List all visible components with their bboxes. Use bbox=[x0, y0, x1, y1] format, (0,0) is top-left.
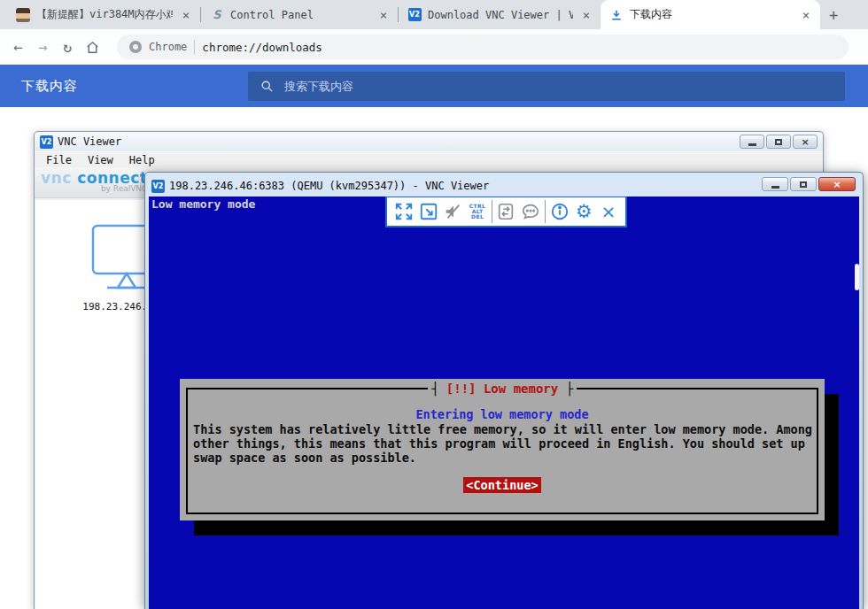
close-icon[interactable]: × bbox=[579, 9, 593, 21]
downloads-header: 下载内容 搜索下载内容 bbox=[0, 65, 868, 107]
ctrl-alt-del-button[interactable]: CTRL ALT DEL bbox=[467, 201, 488, 222]
continue-button[interactable]: <Continue> bbox=[463, 477, 540, 493]
minimize-button[interactable] bbox=[740, 135, 764, 149]
toolbar-separator bbox=[545, 200, 546, 223]
low-memory-dialog: ┤ [!!] Low memory ├ Entering low memory … bbox=[180, 379, 825, 520]
maximize-button[interactable] bbox=[790, 177, 817, 191]
close-icon[interactable]: × bbox=[799, 9, 813, 21]
close-icon[interactable]: × bbox=[179, 9, 193, 21]
url-text[interactable]: chrome://downloads bbox=[202, 41, 322, 54]
new-tab-button[interactable]: + bbox=[820, 6, 845, 29]
mute-icon[interactable] bbox=[442, 201, 463, 222]
maximize-button[interactable] bbox=[766, 135, 791, 149]
remote-screen[interactable]: Low memory mode CTRL ALT DEL bbox=[149, 197, 859, 609]
info-icon[interactable] bbox=[549, 201, 570, 222]
chrome-logo-icon bbox=[129, 41, 142, 53]
tab-control-panel[interactable]: S Control Panel × bbox=[201, 0, 398, 29]
window-titlebar[interactable]: V2 VNC Viewer × bbox=[35, 132, 823, 151]
chat-icon[interactable] bbox=[520, 201, 541, 222]
close-button[interactable]: × bbox=[818, 177, 856, 191]
installer-status-text: Low memory mode bbox=[151, 197, 255, 211]
body-line: swap space as soon as possible. bbox=[193, 451, 812, 465]
window-titlebar[interactable]: V2 198.23.246.46:6383 (QEMU (kvm295347))… bbox=[145, 173, 863, 197]
tab-label: Control Panel bbox=[230, 9, 370, 21]
body-line: other things, this means that this progr… bbox=[193, 436, 812, 451]
menu-help[interactable]: Help bbox=[121, 154, 163, 166]
vnc-v2-icon: V2 bbox=[40, 135, 53, 149]
tab-label: 【新提醒】vir384M内存小鸡DD成 bbox=[36, 7, 173, 22]
window-title: VNC Viewer bbox=[58, 135, 121, 148]
forward-icon[interactable]: → bbox=[30, 38, 55, 56]
tab-download-vnc-viewer[interactable]: V2 Download VNC Viewer | VNC® Co × bbox=[399, 0, 601, 29]
dialog-heading: Entering low memory mode bbox=[180, 407, 825, 421]
toolbar-separator bbox=[492, 200, 492, 223]
search-icon bbox=[260, 80, 274, 93]
browser-tab-strip: 【新提醒】vir384M内存小鸡DD成 × S Control Panel × … bbox=[0, 0, 868, 29]
tab-forum-thread[interactable]: 【新提醒】vir384M内存小鸡DD成 × bbox=[7, 0, 200, 29]
scrollbar-thumb[interactable] bbox=[855, 264, 859, 290]
vnc-v2-favicon: V2 bbox=[408, 8, 422, 21]
downloads-search-input[interactable]: 搜索下载内容 bbox=[248, 72, 845, 101]
reload-icon[interactable]: ↻ bbox=[55, 38, 80, 56]
avatar-favicon bbox=[16, 8, 30, 22]
file-transfer-icon[interactable] bbox=[495, 201, 516, 222]
tab-downloads-active[interactable]: 下载内容 × bbox=[601, 0, 820, 29]
close-icon[interactable]: × bbox=[376, 9, 391, 21]
page-title: 下载内容 bbox=[21, 78, 78, 95]
omnibox-divider bbox=[194, 40, 195, 54]
browser-toolbar: ← → ↻ Chrome chrome://downloads bbox=[0, 29, 868, 65]
menu-view[interactable]: View bbox=[80, 154, 121, 166]
menu-file[interactable]: File bbox=[38, 154, 80, 166]
search-placeholder: 搜索下载内容 bbox=[284, 79, 353, 95]
vnc-connect-logo: vnc connect by RealVNC bbox=[41, 169, 147, 193]
fullscreen-icon[interactable] bbox=[393, 201, 415, 222]
dialog-body: This system has relatively little free m… bbox=[193, 422, 812, 465]
vnc-session-window: V2 198.23.246.46:6383 (QEMU (kvm295347))… bbox=[144, 172, 864, 609]
body-line: This system has relatively little free m… bbox=[193, 422, 812, 436]
address-bar[interactable]: Chrome chrome://downloads bbox=[117, 35, 849, 59]
site-label: Chrome bbox=[149, 41, 187, 53]
settings-gear-icon[interactable]: ⚙ bbox=[573, 201, 594, 222]
dialog-title: ┤ [!!] Low memory ├ bbox=[180, 382, 825, 396]
vnc-toolbar: CTRL ALT DEL ⚙ × bbox=[385, 197, 627, 227]
tab-label: Download VNC Viewer | VNC® Co bbox=[428, 9, 573, 21]
download-icon bbox=[609, 8, 624, 22]
toolbar-close-icon[interactable]: × bbox=[598, 201, 619, 222]
solusvm-logo-icon: S bbox=[210, 8, 224, 22]
scale-window-icon[interactable] bbox=[418, 201, 439, 222]
back-icon[interactable]: ← bbox=[5, 38, 30, 56]
menu-bar: File View Help bbox=[35, 151, 823, 167]
vnc-v2-icon: V2 bbox=[151, 180, 165, 193]
home-icon[interactable] bbox=[80, 40, 105, 55]
close-button[interactable]: × bbox=[793, 135, 818, 149]
tab-label: 下载内容 bbox=[630, 7, 793, 22]
window-title: 198.23.246.46:6383 (QEMU (kvm295347)) - … bbox=[169, 180, 489, 192]
minimize-button[interactable] bbox=[762, 177, 788, 191]
